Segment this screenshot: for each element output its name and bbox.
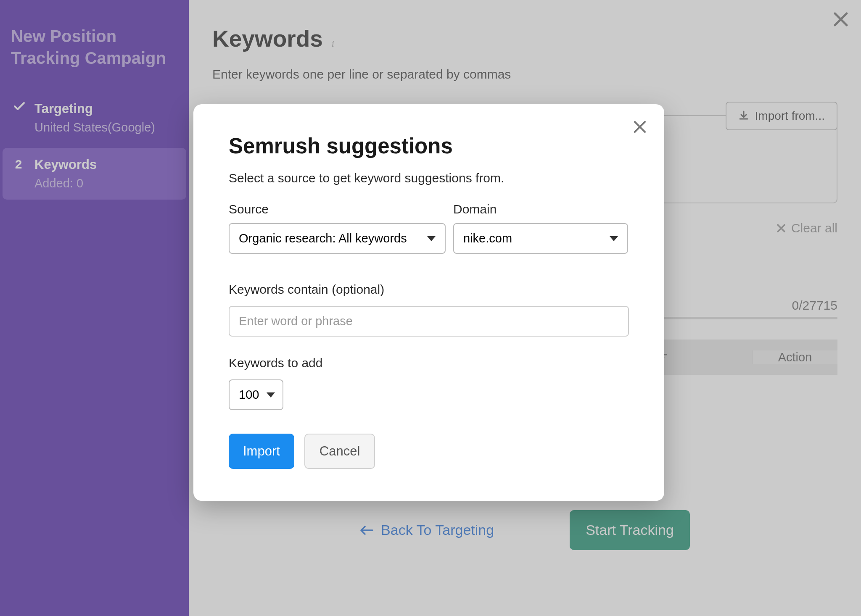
keywords-to-add-label: Keywords to add [229,356,629,370]
cancel-button[interactable]: Cancel [304,434,375,469]
keywords-contain-label: Keywords contain (optional) [229,282,629,297]
source-select[interactable]: Organic research: All keywords [229,223,446,254]
domain-label: Domain [453,202,628,216]
domain-select[interactable]: nike.com [453,223,628,254]
source-value: Organic research: All keywords [239,232,407,245]
domain-value: nike.com [463,232,512,245]
source-label: Source [229,202,446,216]
modal-overlay[interactable]: Semrush suggestions Select a source to g… [0,0,861,616]
modal-subtitle: Select a source to get keyword suggestio… [229,171,629,185]
semrush-suggestions-modal: Semrush suggestions Select a source to g… [193,104,664,501]
close-icon[interactable] [632,119,647,134]
keywords-contain-input[interactable] [229,306,629,337]
modal-title: Semrush suggestions [229,134,629,158]
import-button[interactable]: Import [229,434,294,469]
keywords-to-add-value: 100 [239,388,259,402]
keywords-to-add-select[interactable]: 100 [229,379,283,410]
